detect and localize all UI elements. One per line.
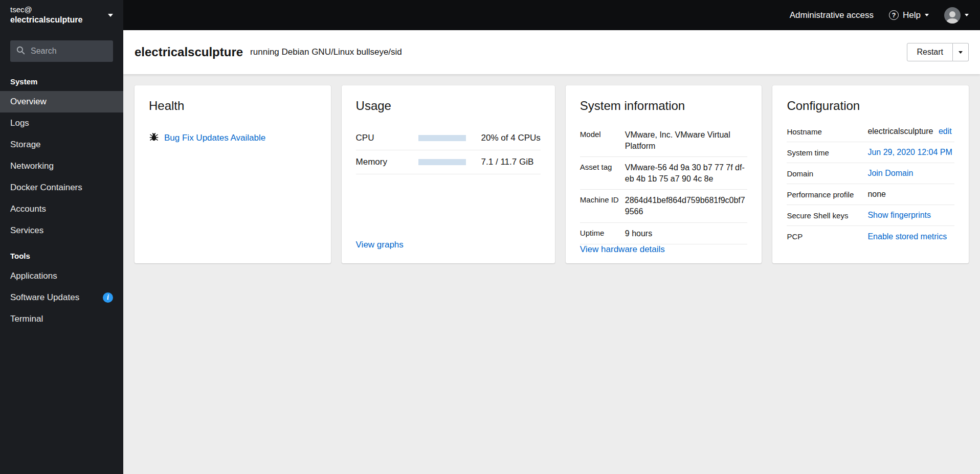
sidebar: tsec@ electricalsculpture System Overvie… bbox=[0, 0, 123, 474]
sidebar-item-accounts[interactable]: Accounts bbox=[0, 198, 123, 220]
model-row: Model VMware, Inc. VMware Virtual Platfo… bbox=[580, 124, 748, 157]
search-icon bbox=[16, 46, 25, 57]
machine-id-label: Machine ID bbox=[580, 195, 625, 204]
sidebar-item-logs[interactable]: Logs bbox=[0, 112, 123, 134]
search-input[interactable] bbox=[30, 46, 107, 56]
hostname-value: electricalsculpture edit bbox=[867, 127, 954, 136]
restart-dropdown-toggle[interactable] bbox=[953, 43, 969, 61]
sidebar-item-label: Storage bbox=[10, 140, 41, 150]
secure-shell-keys-value: Show fingerprints bbox=[867, 211, 954, 220]
system-information-card: System information Model VMware, Inc. VM… bbox=[566, 85, 762, 263]
memory-progress bbox=[418, 159, 466, 165]
system-information-card-title: System information bbox=[580, 99, 748, 113]
avatar bbox=[944, 7, 961, 24]
asset-tag-value: VMware-56 4d 9a 30 b7 77 7f df-eb 4b 1b … bbox=[625, 162, 748, 184]
sidebar-search[interactable] bbox=[10, 40, 113, 62]
help-icon: ? bbox=[889, 10, 899, 20]
sidebar-item-software-updates[interactable]: Software Updates i bbox=[0, 287, 123, 308]
page-title: electricalsculpture bbox=[135, 45, 243, 59]
asset-tag-label: Asset tag bbox=[580, 162, 625, 171]
sidebar-item-label: Networking bbox=[10, 161, 54, 171]
domain-label: Domain bbox=[787, 169, 867, 178]
current-host-label: electricalsculpture bbox=[10, 15, 82, 25]
help-label: Help bbox=[903, 10, 921, 20]
health-card: Health bbox=[135, 85, 331, 263]
bug-fix-updates-link[interactable]: Bug Fix Updates Available bbox=[164, 133, 265, 143]
join-domain-link[interactable]: Join Domain bbox=[867, 169, 913, 177]
memory-value: 7.1 / 11.7 GiB bbox=[481, 157, 534, 167]
sidebar-item-applications[interactable]: Applications bbox=[0, 265, 123, 287]
cpu-value: 20% of 4 CPUs bbox=[481, 133, 541, 143]
edit-hostname-link[interactable]: edit bbox=[939, 127, 952, 136]
health-updates-row: Bug Fix Updates Available bbox=[149, 131, 317, 144]
sidebar-item-terminal[interactable]: Terminal bbox=[0, 308, 123, 330]
enable-stored-metrics-link[interactable]: Enable stored metrics bbox=[867, 232, 947, 241]
sidebar-item-docker-containers[interactable]: Docker Containers bbox=[0, 177, 123, 198]
administrative-access-button[interactable]: Administrative access bbox=[790, 10, 874, 20]
hostname-row: Hostname electricalsculpture edit bbox=[787, 121, 954, 142]
cards-grid: Health bbox=[135, 85, 969, 263]
system-information-card-footer: View hardware details bbox=[580, 244, 748, 255]
hostname-label: Hostname bbox=[787, 127, 867, 136]
performance-profile-value: none bbox=[867, 190, 954, 199]
performance-profile-row: Performance profile none bbox=[787, 184, 954, 205]
system-time-link[interactable]: Jun 29, 2020 12:04 PM bbox=[867, 148, 952, 156]
pcp-value: Enable stored metrics bbox=[867, 232, 954, 241]
chevron-down-icon bbox=[959, 51, 963, 54]
domain-value: Join Domain bbox=[867, 169, 954, 178]
sidebar-item-label: Overview bbox=[10, 97, 47, 107]
user-menu-button[interactable] bbox=[944, 7, 969, 24]
sidebar-item-label: Software Updates bbox=[10, 292, 79, 303]
sidebar-nav: System Overview Logs Storage Networking … bbox=[0, 67, 123, 474]
administrative-access-label: Administrative access bbox=[790, 10, 874, 20]
domain-row: Domain Join Domain bbox=[787, 163, 954, 184]
overview-content: Health bbox=[123, 74, 980, 474]
model-label: Model bbox=[580, 129, 625, 139]
help-menu-button[interactable]: ? Help bbox=[889, 10, 929, 20]
secure-shell-keys-row: Secure Shell keys Show fingerprints bbox=[787, 205, 954, 226]
usage-table: CPU 20% of 4 CPUs Memory 7.1 / 11.7 Gi bbox=[356, 126, 541, 174]
view-hardware-details-link[interactable]: View hardware details bbox=[580, 244, 665, 254]
sidebar-item-label: Applications bbox=[10, 271, 57, 281]
restart-button[interactable]: Restart bbox=[907, 43, 953, 61]
health-card-title: Health bbox=[149, 99, 317, 113]
asset-tag-row: Asset tag VMware-56 4d 9a 30 b7 77 7f df… bbox=[580, 157, 748, 190]
nav-section-tools: Tools bbox=[0, 241, 123, 265]
sidebar-item-label: Docker Containers bbox=[10, 183, 82, 193]
chevron-down-icon bbox=[108, 14, 113, 17]
pcp-label: PCP bbox=[787, 232, 867, 241]
bug-icon bbox=[149, 131, 159, 144]
pcp-row: PCP Enable stored metrics bbox=[787, 226, 954, 247]
restart-split-button: Restart bbox=[907, 43, 969, 61]
machine-id-row: Machine ID 2864d41bef864d759b681f9c0bf79… bbox=[580, 190, 748, 222]
topbar: Administrative access ? Help bbox=[123, 0, 980, 30]
nav-section-system: System bbox=[0, 67, 123, 91]
main-area: electricalsculpture running Debian GNU/L… bbox=[123, 30, 980, 474]
sidebar-item-overview[interactable]: Overview bbox=[0, 91, 123, 112]
chevron-down-icon bbox=[925, 14, 929, 16]
uptime-value: 9 hours bbox=[625, 228, 748, 239]
performance-profile-label: Performance profile bbox=[787, 190, 867, 199]
usage-card-title: Usage bbox=[356, 99, 541, 113]
chevron-down-icon bbox=[965, 14, 969, 16]
sidebar-item-storage[interactable]: Storage bbox=[0, 134, 123, 155]
configuration-table: Hostname electricalsculpture edit System… bbox=[787, 121, 954, 247]
view-graphs-link[interactable]: View graphs bbox=[356, 240, 404, 250]
hostname-text: electricalsculpture bbox=[867, 127, 933, 136]
cpu-usage-row: CPU 20% of 4 CPUs bbox=[356, 126, 541, 150]
cpu-label: CPU bbox=[356, 133, 418, 143]
app-root: tsec@ electricalsculpture System Overvie… bbox=[0, 0, 980, 474]
configuration-card-title: Configuration bbox=[787, 99, 954, 113]
model-value: VMware, Inc. VMware Virtual Platform bbox=[625, 129, 748, 151]
sidebar-item-label: Logs bbox=[10, 118, 29, 128]
sidebar-item-label: Accounts bbox=[10, 204, 46, 214]
show-fingerprints-link[interactable]: Show fingerprints bbox=[867, 211, 931, 219]
secure-shell-keys-label: Secure Shell keys bbox=[787, 211, 867, 220]
memory-usage-row: Memory 7.1 / 11.7 GiB bbox=[356, 150, 541, 174]
configuration-card: Configuration Hostname electricalsculptu… bbox=[772, 85, 969, 263]
host-switcher[interactable]: tsec@ electricalsculpture bbox=[0, 0, 123, 30]
machine-id-value: 2864d41bef864d759b681f9c0bf79566 bbox=[625, 195, 748, 217]
sidebar-item-services[interactable]: Services bbox=[0, 220, 123, 241]
usage-card: Usage CPU 20% of 4 CPUs Memory bbox=[342, 85, 555, 263]
sidebar-item-networking[interactable]: Networking bbox=[0, 155, 123, 177]
